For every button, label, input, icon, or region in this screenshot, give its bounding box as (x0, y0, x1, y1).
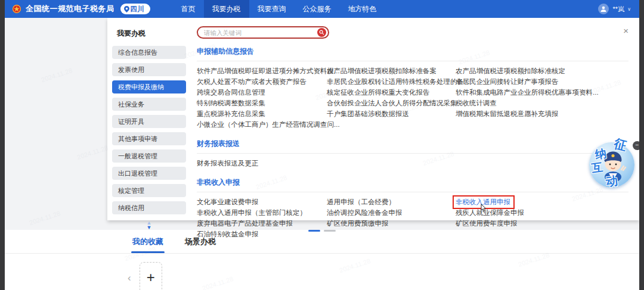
region-selector[interactable]: 四川 (120, 4, 150, 14)
top-nav: 首页我要办税我要查询公众服务地方特色 (173, 0, 385, 18)
sidebar-pager: ▲ ▼ (112, 220, 186, 230)
widget-char: 动 (605, 173, 619, 190)
menu-link[interactable]: 非居民企业间接转让财产事项报告 (456, 77, 559, 88)
menu-link[interactable]: 废弃电器电子产品处理基金申报 (197, 219, 293, 230)
menu-section: 财务报表报送财务报表报送及更正 (197, 139, 628, 170)
sidebar-item[interactable]: 纳税信用 (112, 201, 186, 214)
menu-link[interactable]: 软件产品增值税即征即退进项分摊方式资料报... (197, 67, 340, 77)
sidebar-item[interactable]: 综合信息报告 (112, 46, 186, 59)
section-links: 文化事业建设费申报非税收入通用申报（主管部门核定）废弃电器电子产品处理基金申报石… (197, 198, 628, 241)
sidebar-item[interactable]: 税费申报及缴纳 (112, 80, 186, 93)
topbar: 全国统一规范电子税务局 四川 首页我要办税我要查询公众服务地方特色 **岚 ∨ (5, 0, 639, 18)
menu-link[interactable]: 残疾人就业保障金申报 (456, 208, 524, 219)
prev-arrow-icon[interactable]: ‹ (128, 273, 131, 283)
sidebar-item[interactable]: 其他事项申请 (112, 132, 186, 145)
menu-link[interactable]: 非税收入通用申报 (456, 198, 510, 208)
site-title: 全国统一规范电子税务局 (26, 4, 114, 14)
user-name: **岚 (613, 5, 625, 14)
sidebar-item[interactable]: 一般退税管理 (112, 149, 186, 163)
mega-content: × 申报辅助信息报告软件产品增值税即征即退进项分摊方式资料报...欠税人处置不动… (191, 18, 639, 220)
menu-link[interactable]: 农产品增值税进项税额扣除标准核定 (456, 67, 565, 77)
menu-link[interactable]: 矿区使用费年度申报 (456, 219, 518, 230)
menu-search (197, 26, 329, 39)
menu-link[interactable]: 税收统计调查 (456, 99, 497, 110)
nav-item-我要办税[interactable]: 我要办税 (204, 0, 249, 18)
sidebar-items: 综合信息报告发票使用税费申报及缴纳社保业务证明开具其他事项申请一般退税管理出口退… (112, 46, 186, 214)
sidebar-item[interactable]: 证明开具 (112, 115, 186, 128)
region-label: 四川 (131, 5, 144, 14)
menu-link[interactable]: 非居民企业股权转让适用特殊性税务处理的备... (327, 77, 470, 88)
widget-char: 互 (590, 160, 603, 176)
nav-item-公众服务[interactable]: 公众服务 (295, 0, 340, 18)
menu-link[interactable]: 油价调控风险准备金申报 (327, 208, 402, 219)
user-icon (600, 5, 607, 13)
menu-link[interactable]: 增值税期末留抵退税意愿补充填报 (456, 110, 559, 120)
interaction-widget[interactable]: 征 纳 互 动 − (588, 139, 638, 191)
menu-link[interactable]: 核定征收企业所得税重大变化报告 (327, 88, 430, 99)
link-column (327, 159, 456, 170)
section-divider (197, 61, 628, 61)
nav-item-地方特色[interactable]: 地方特色 (340, 0, 385, 18)
menu-link[interactable]: 跨境交易合同信息管理 (197, 88, 265, 99)
menu-link[interactable]: 矿区使用费预缴申报 (327, 219, 389, 230)
menu-link[interactable]: 通用申报（工会经费） (327, 198, 395, 208)
menu-link[interactable]: 财务报表报送及更正 (197, 159, 259, 170)
link-column: 文化事业建设费申报非税收入通用申报（主管部门核定）废弃电器电子产品处理基金申报石… (197, 198, 327, 241)
section-title: 财务报表报送 (197, 139, 628, 149)
menu-link[interactable]: 特别纳税调整数据采集 (197, 99, 265, 110)
menu-link[interactable]: 农产品增值税进项税额扣除标准备案 (327, 67, 436, 77)
highlight-box (453, 195, 515, 209)
tab-我的收藏[interactable]: 我的收藏 (131, 236, 165, 253)
link-column: 非税收入通用申报残疾人就业保障金申报矿区使用费年度申报 (456, 198, 628, 241)
menu-link[interactable]: 合伙创投企业法人合伙人所得分配情况采集 (327, 99, 457, 110)
menu-link[interactable]: 文化事业建设费申报 (197, 198, 259, 208)
sidebar-item[interactable]: 出口退税管理 (112, 167, 186, 180)
mega-menu-panel: 我要办税 综合信息报告发票使用税费申报及缴纳社保业务证明开具其他事项申请一般退税… (107, 18, 639, 220)
sidebar-item[interactable]: 社保业务 (112, 98, 186, 111)
section-divider (197, 192, 628, 192)
nav-item-首页[interactable]: 首页 (173, 0, 204, 18)
sidebar-item[interactable]: 发票使用 (112, 63, 186, 76)
tax-bureau-logo-icon (12, 4, 21, 14)
favorites-row: ‹ + (5, 262, 639, 290)
sidebar-header: 我要办税 (117, 29, 186, 39)
section-title: 非税收入申报 (197, 177, 628, 188)
mega-sidebar: 我要办税 综合信息报告发票使用税费申报及缴纳社保业务证明开具其他事项申请一般退税… (107, 18, 191, 220)
sidebar-item[interactable]: 核定管理 (112, 184, 186, 197)
link-column: 农产品增值税进项税额扣除标准核定非居民企业间接转让财产事项报告软件和集成电路产业… (456, 67, 628, 131)
app-window: 全国统一规范电子税务局 四川 首页我要办税我要查询公众服务地方特色 **岚 ∨ … (5, 0, 639, 290)
menu-link[interactable]: 石油特别收益金申报 (197, 230, 259, 241)
close-icon[interactable]: × (623, 26, 628, 35)
link-column: 通用申报（工会经费）油价调控风险准备金申报矿区使用费预缴申报 (327, 198, 456, 241)
pager-down-icon[interactable]: ▼ (112, 225, 186, 230)
menu-link[interactable]: 小微企业（个体工商户）生产经营情况调查问... (197, 120, 340, 131)
menu-section: 申报辅助信息报告软件产品增值税即征即退进项分摊方式资料报...欠税人处置不动产或… (197, 46, 628, 131)
search-input[interactable] (204, 29, 317, 36)
menu-link[interactable]: 重点税源补充信息采集 (197, 110, 265, 120)
menu-link[interactable]: 千户集团基础涉税数据报送 (327, 110, 409, 120)
section-links: 软件产品增值税即征即退进项分摊方式资料报...欠税人处置不动产或者大额资产报告跨… (197, 67, 628, 131)
section-title: 申报辅助信息报告 (197, 46, 628, 57)
link-column: 财务报表报送及更正 (197, 159, 327, 170)
nav-item-我要查询[interactable]: 我要查询 (249, 0, 295, 18)
location-pin-icon (124, 6, 129, 13)
link-column: 农产品增值税进项税额扣除标准备案非居民企业股权转让适用特殊性税务处理的备...核… (327, 67, 456, 131)
menu-link[interactable]: 软件和集成电路产业企业所得税优惠事项资料... (456, 88, 599, 99)
menu-link[interactable]: 非税收入通用申报（主管部门核定） (197, 208, 306, 219)
menu-sections: 申报辅助信息报告软件产品增值税即征即退进项分摊方式资料报...欠税人处置不动产或… (197, 46, 628, 241)
chevron-down-icon: ∨ (627, 7, 631, 12)
menu-section: 非税收入申报文化事业建设费申报非税收入通用申报（主管部门核定）废弃电器电子产品处… (197, 177, 628, 241)
user-menu[interactable]: **岚 ∨ (598, 4, 631, 14)
minimize-icon[interactable]: − (633, 141, 639, 150)
search-icon[interactable] (317, 28, 326, 37)
add-favorite-button[interactable]: + (140, 262, 162, 290)
section-divider (197, 153, 628, 154)
avatar (598, 4, 609, 14)
plus-icon: + (147, 269, 155, 286)
menu-link[interactable]: 欠税人处置不动产或者大额资产报告 (197, 77, 306, 88)
link-column: 软件产品增值税即征即退进项分摊方式资料报...欠税人处置不动产或者大额资产报告跨… (197, 67, 327, 131)
section-links: 财务报表报送及更正 (197, 159, 628, 170)
